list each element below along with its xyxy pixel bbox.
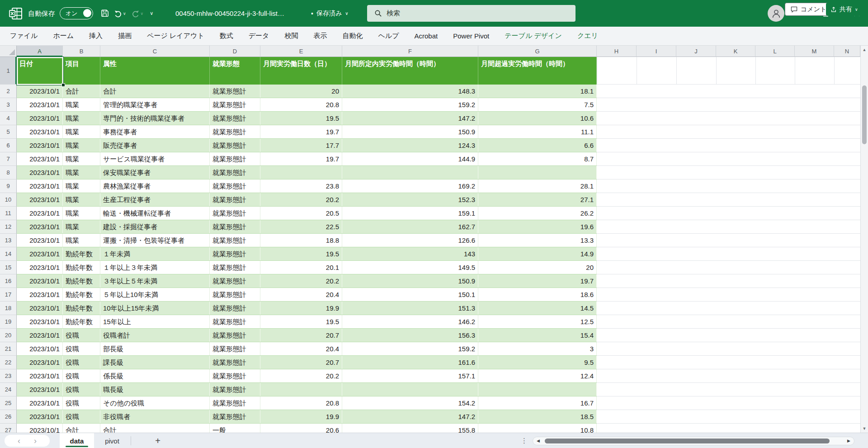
cell-E4[interactable]: 19.5	[260, 112, 342, 125]
cell-C15[interactable]: １年以上３年未満	[100, 261, 210, 274]
sheet-tab-data[interactable]: data	[60, 433, 94, 448]
vertical-scrollbar-thumb[interactable]	[862, 85, 867, 144]
row-header-23[interactable]: 23	[0, 369, 17, 383]
cell-C21[interactable]: 部長級	[100, 342, 210, 355]
tab-power-pivot[interactable]: Power Pivot	[453, 32, 489, 40]
row-header-9[interactable]: 9	[0, 179, 17, 193]
cell-G5[interactable]: 11.1	[478, 125, 597, 138]
cell-A12[interactable]: 2023/10/1	[17, 220, 63, 233]
cell-D12[interactable]: 就業形態計	[210, 220, 260, 233]
cell-D23[interactable]: 就業形態計	[210, 369, 260, 382]
cell-G20[interactable]: 15.4	[478, 329, 597, 342]
cell-A25[interactable]: 2023/10/1	[17, 396, 63, 410]
cell-G8[interactable]	[478, 166, 597, 179]
cell-C18[interactable]: 10年以上15年未満	[100, 302, 210, 315]
horizontal-scrollbar-thumb[interactable]	[545, 439, 830, 443]
cell-E2[interactable]: 20	[260, 85, 342, 98]
cell-D14[interactable]: 就業形態計	[210, 247, 260, 260]
cell-A24[interactable]: 2023/10/1	[17, 383, 63, 396]
cell-C14[interactable]: １年未満	[100, 247, 210, 260]
cell-F26[interactable]: 147.2	[342, 410, 478, 423]
row-header-19[interactable]: 19	[0, 315, 17, 329]
cell-C26[interactable]: 非役職者	[100, 410, 210, 423]
cell-D2[interactable]: 就業形態計	[210, 85, 260, 98]
cell-F5[interactable]: 150.9	[342, 125, 478, 138]
tab-automate[interactable]: 自動化	[342, 32, 363, 40]
row-header-13[interactable]: 13	[0, 234, 17, 247]
header-cell-F[interactable]: 月間所定内実労働時間（時間）	[342, 57, 478, 85]
cell-B7[interactable]: 職業	[63, 152, 100, 165]
cell-D15[interactable]: 就業形態計	[210, 261, 260, 274]
cell-B13[interactable]: 職業	[63, 234, 100, 247]
cell-E5[interactable]: 19.7	[260, 125, 342, 138]
cell-B14[interactable]: 勤続年数	[63, 247, 100, 260]
cell-A2[interactable]: 2023/10/1	[17, 85, 63, 98]
cell-A16[interactable]: 2023/10/1	[17, 274, 63, 288]
cell-A9[interactable]: 2023/10/1	[17, 179, 63, 193]
cell-C19[interactable]: 15年以上	[100, 315, 210, 328]
cell-D20[interactable]: 就業形態計	[210, 329, 260, 342]
cell-D18[interactable]: 就業形態計	[210, 302, 260, 315]
row-header-24[interactable]: 24	[0, 383, 17, 396]
cell-C13[interactable]: 運搬・清掃・包装等従事者	[100, 234, 210, 247]
cell-D10[interactable]: 就業形態計	[210, 193, 260, 206]
row-header-16[interactable]: 16	[0, 274, 17, 288]
column-header-K[interactable]: K	[716, 46, 755, 57]
row-header-2[interactable]: 2	[0, 85, 17, 98]
column-header-B[interactable]: B	[63, 46, 100, 57]
cell-F23[interactable]: 157.1	[342, 369, 478, 382]
cell-E12[interactable]: 22.5	[260, 220, 342, 233]
column-header-G[interactable]: G	[478, 46, 597, 57]
prev-sheet-icon[interactable]: ‹	[18, 437, 20, 445]
cell-D7[interactable]: 就業形態計	[210, 152, 260, 165]
tab-insert[interactable]: 挿入	[89, 32, 103, 40]
cell-G24[interactable]	[478, 383, 597, 396]
cell-E24[interactable]	[260, 383, 342, 396]
share-button[interactable]: 共有 ∨	[826, 3, 863, 16]
cell-G2[interactable]: 18.1	[478, 85, 597, 98]
cell-D6[interactable]: 就業形態計	[210, 139, 260, 152]
cell-A18[interactable]: 2023/10/1	[17, 302, 63, 315]
cell-B19[interactable]: 勤続年数	[63, 315, 100, 328]
horizontal-scrollbar[interactable]: ◀ ▶	[533, 437, 854, 445]
tab-table-design[interactable]: テーブル デザイン	[505, 32, 562, 40]
cell-E3[interactable]: 20.8	[260, 98, 342, 111]
cell-B15[interactable]: 勤続年数	[63, 261, 100, 274]
header-cell-E[interactable]: 月間実労働日数（日）	[260, 57, 342, 85]
tab-home[interactable]: ホーム	[53, 32, 74, 40]
cell-A7[interactable]: 2023/10/1	[17, 152, 63, 165]
cell-E13[interactable]: 18.8	[260, 234, 342, 247]
cell-D25[interactable]: 就業形態計	[210, 396, 260, 410]
cell-B3[interactable]: 職業	[63, 98, 100, 111]
cell-F11[interactable]: 159.1	[342, 207, 478, 220]
cell-B8[interactable]: 職業	[63, 166, 100, 179]
cell-A4[interactable]: 2023/10/1	[17, 112, 63, 125]
cell-F20[interactable]: 156.3	[342, 329, 478, 342]
cell-C12[interactable]: 建設・採掘従事者	[100, 220, 210, 233]
cell-F6[interactable]: 124.3	[342, 139, 478, 152]
cell-G19[interactable]: 12.5	[478, 315, 597, 328]
cell-G21[interactable]: 3	[478, 342, 597, 355]
cell-C24[interactable]: 職長級	[100, 383, 210, 396]
cell-F13[interactable]: 126.6	[342, 234, 478, 247]
cell-C9[interactable]: 農林漁業従事者	[100, 179, 210, 193]
comments-button[interactable]: コメント	[785, 3, 832, 16]
cell-A26[interactable]: 2023/10/1	[17, 410, 63, 423]
cell-E9[interactable]: 23.8	[260, 179, 342, 193]
row-header-7[interactable]: 7	[0, 152, 17, 166]
cell-F9[interactable]: 169.2	[342, 179, 478, 193]
column-header-L[interactable]: L	[755, 46, 795, 57]
cell-C11[interactable]: 輸送・機械運転従事者	[100, 207, 210, 220]
cell-F19[interactable]: 146.2	[342, 315, 478, 328]
cell-F4[interactable]: 147.2	[342, 112, 478, 125]
scroll-right-icon[interactable]: ▶	[847, 439, 850, 443]
cell-E10[interactable]: 20.2	[260, 193, 342, 206]
cell-F3[interactable]: 159.2	[342, 98, 478, 111]
column-header-H[interactable]: H	[597, 46, 637, 57]
cell-G9[interactable]: 28.1	[478, 179, 597, 193]
tab-review[interactable]: 校閲	[284, 32, 298, 40]
row-header-21[interactable]: 21	[0, 342, 17, 356]
cell-B4[interactable]: 職業	[63, 112, 100, 125]
qat-customize-icon[interactable]: ∨	[150, 10, 153, 16]
cell-G16[interactable]: 19.7	[478, 274, 597, 288]
